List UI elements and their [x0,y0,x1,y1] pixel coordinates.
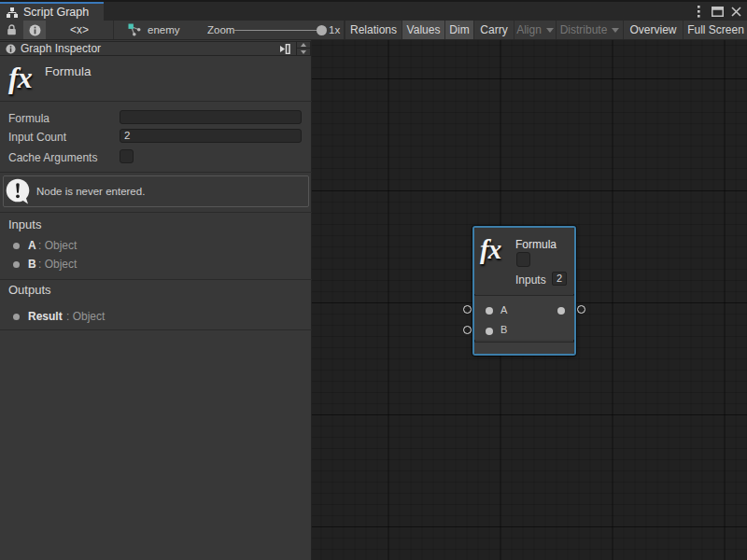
zoom-label: Zoom [207,21,234,39]
formula-node-footer [474,342,574,354]
input-count-field-label: Input Count [8,131,66,144]
carry-button[interactable]: Carry [473,21,514,39]
formula-node-title: Formula [515,238,557,251]
zoom-value: 1x [329,21,340,39]
graph-reference[interactable]: enemy [128,21,180,39]
fx-icon: fx [8,63,32,92]
list-item-input-b: B : Object [0,257,312,273]
formula-node-header: fx Formula Inputs 2 [474,228,574,294]
inspector-toggle-button[interactable] [23,21,46,39]
lock-icon [7,24,17,35]
distribute-dropdown[interactable]: Distribute [556,21,623,39]
input-port-b[interactable] [486,328,493,335]
port-connect-hint-b[interactable] [463,326,472,334]
script-graph-icon [7,7,18,18]
warning-box: Node is never entered. [3,175,309,207]
graph-toolbar: <x> enemy Zoom 1x Relations [0,21,747,40]
triangle-down-icon [301,50,306,54]
list-item-output-result: Result : Object [0,309,312,326]
lock-button[interactable] [0,21,22,39]
full-screen-button[interactable]: Full Screen [683,21,747,39]
values-button[interactable]: Values [402,21,444,39]
overview-button[interactable]: Overview [623,21,683,39]
zoom-slider-track[interactable] [234,30,318,32]
port-name: Result [28,310,63,323]
formula-node[interactable]: fx Formula Inputs 2 A B [472,226,576,356]
divider [0,101,312,102]
divider [0,329,312,330]
dim-button[interactable]: Dim [444,21,473,39]
input-count-field-input[interactable]: 2 [120,129,302,143]
cache-arguments-label: Cache Arguments [8,151,97,164]
port-name: B [28,258,36,271]
scroll-up-button[interactable] [297,41,311,49]
scroll-down-button[interactable] [297,49,311,56]
cache-arguments-checkbox[interactable] [120,149,134,163]
port-dot-icon [13,261,20,268]
inspector-title: Graph Inspector [21,42,101,55]
port-type: : Object [66,310,105,323]
titlebar: Script Graph [0,0,747,21]
node-inputs-count-field[interactable]: 2 [552,272,567,286]
port-dot-icon [13,243,20,249]
tab-script-graph[interactable]: Script Graph [0,2,104,21]
triangle-up-icon [301,43,306,47]
port-connect-hint-result[interactable] [577,305,585,314]
window-controls [691,2,743,21]
chevron-down-icon [546,28,554,33]
divider [0,279,312,280]
align-dropdown[interactable]: Align [514,21,556,39]
outputs-section-title: Outputs [8,283,51,297]
variables-icon: <x> [70,23,89,36]
output-port-result[interactable] [557,307,565,315]
divider [0,172,312,173]
info-icon [29,24,41,36]
input-port-a-label: A [500,304,507,315]
tab-label: Script Graph [23,6,89,19]
warning-text: Node is never entered. [36,186,145,197]
inspector-node-title: Formula [45,64,92,78]
info-icon [6,44,16,54]
formula-field-input[interactable] [120,110,302,124]
graph-inspector-panel: Graph Inspector fx Formula Formula Input… [0,40,312,560]
close-icon[interactable] [728,4,743,19]
port-connect-hint-a[interactable] [463,305,472,314]
graph-canvas[interactable]: fx Formula Inputs 2 A B [312,40,747,560]
list-item-input-a: A : Object [0,238,312,255]
input-port-b-label: B [500,324,507,335]
port-name: A [28,239,36,252]
formula-node-field[interactable] [516,252,530,267]
inspector-header: Graph Inspector [0,41,297,56]
inspector-node-header: fx Formula [0,56,312,101]
warning-bubble-icon [6,178,31,204]
zoom-slider-knob[interactable] [317,25,327,35]
graph-asset-icon [128,23,142,36]
toolbar-buttons: Relations Values Dim Carry Align Distrib… [345,21,747,39]
chevron-down-icon [612,28,619,33]
port-dot-icon [13,314,20,320]
node-inputs-label: Inputs [515,273,546,287]
fx-icon: fx [480,236,500,263]
inputs-section-title: Inputs [8,217,41,231]
formula-node-body: A B [474,295,574,340]
relations-button[interactable]: Relations [345,21,402,39]
inspector-scrollbar [297,41,311,56]
toolbar-separator [113,21,114,39]
port-type: : Object [38,258,77,271]
maximize-icon[interactable] [710,4,725,19]
formula-field-label: Formula [8,112,49,125]
kebab-menu-icon[interactable] [691,4,706,19]
variables-button[interactable]: <x> [58,21,101,39]
input-port-a[interactable] [486,307,493,315]
script-graph-window: Script Graph [0,0,747,560]
port-type: : Object [38,239,77,252]
divider [0,212,312,213]
dock-panel-icon[interactable] [277,43,292,55]
graph-reference-label: enemy [148,24,180,35]
